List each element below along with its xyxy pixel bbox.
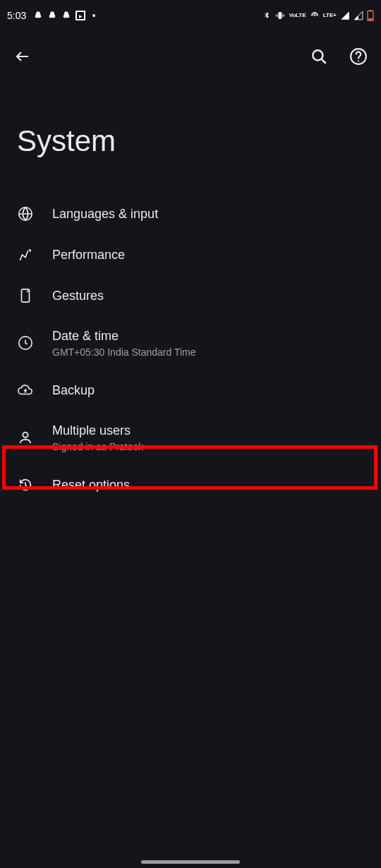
item-subtitle: Signed in as Prateek — [52, 440, 143, 453]
bluetooth-icon — [262, 11, 271, 20]
svg-point-4 — [313, 50, 322, 60]
signal-icon-2 — [353, 11, 363, 20]
performance-icon — [17, 246, 34, 263]
settings-item-backup[interactable]: Backup — [0, 370, 381, 411]
svg-point-10 — [23, 433, 28, 438]
svg-point-0 — [314, 15, 315, 16]
item-title: Reset options — [52, 476, 130, 493]
svg-point-6 — [358, 60, 359, 61]
media-icon — [75, 11, 85, 20]
settings-item-performance[interactable]: Performance — [0, 234, 381, 275]
item-title: Gestures — [52, 287, 104, 304]
globe-icon — [17, 205, 34, 222]
cloud-upload-icon — [17, 382, 34, 399]
svg-rect-3 — [368, 18, 373, 20]
nav-home-indicator[interactable] — [141, 860, 240, 864]
signal-icon-1 — [340, 11, 350, 20]
gestures-icon — [17, 287, 34, 304]
item-title: Date & time — [52, 327, 196, 344]
back-button[interactable] — [13, 47, 32, 66]
item-title: Languages & input — [52, 205, 158, 222]
search-button[interactable] — [309, 47, 329, 66]
vibrate-icon — [274, 11, 286, 20]
battery-icon — [367, 10, 374, 21]
status-left: 5:03 — [7, 10, 95, 21]
snapchat-icon — [61, 10, 71, 21]
app-bar — [0, 31, 381, 82]
volte-icon: VoLTE — [289, 13, 306, 18]
settings-item-datetime[interactable]: Date & time GMT+05:30 India Standard Tim… — [0, 316, 381, 370]
reset-icon — [17, 476, 34, 493]
lte-icon: LTE+ — [323, 13, 337, 18]
hotspot-icon — [310, 11, 320, 20]
snapchat-icon — [33, 10, 43, 21]
status-bar: 5:03 VoLTE LTE+ — [0, 0, 381, 31]
help-button[interactable] — [349, 47, 368, 66]
settings-item-languages[interactable]: Languages & input — [0, 193, 381, 234]
settings-item-gestures[interactable]: Gestures — [0, 275, 381, 316]
settings-item-users[interactable]: Multiple users Signed in as Prateek — [0, 411, 381, 464]
snapchat-icon — [47, 10, 57, 21]
person-icon — [17, 429, 34, 446]
item-subtitle: GMT+05:30 India Standard Time — [52, 346, 196, 358]
status-time: 5:03 — [7, 10, 26, 21]
more-notifications-dot — [92, 14, 95, 17]
item-title: Performance — [52, 246, 125, 263]
settings-list: Languages & input Performance Gestures D… — [0, 193, 381, 505]
status-right: VoLTE LTE+ — [262, 10, 374, 21]
item-title: Multiple users — [52, 422, 143, 439]
clock-icon — [17, 334, 34, 351]
item-title: Backup — [52, 382, 95, 399]
settings-item-reset[interactable]: Reset options — [0, 464, 381, 505]
page-title: System — [0, 82, 381, 193]
